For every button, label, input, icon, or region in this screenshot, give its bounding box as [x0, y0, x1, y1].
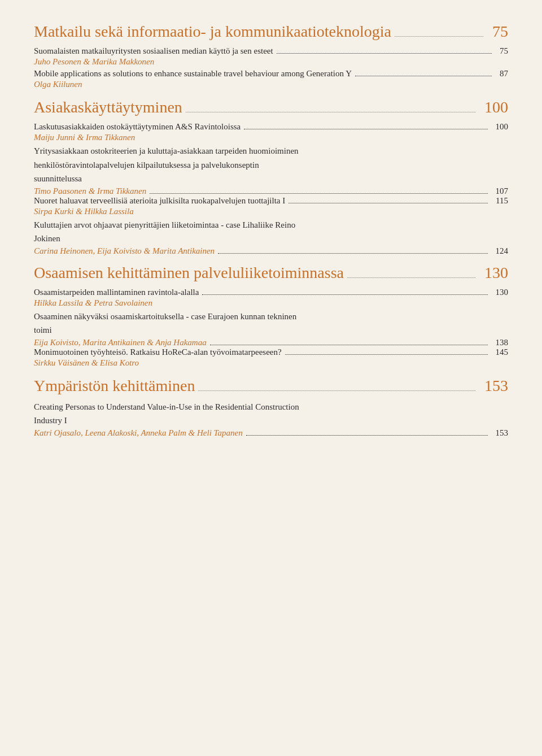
- entry-row: Mobile applications as solutions to enha…: [34, 69, 508, 79]
- entry-authors-7: Hilkka Lassila & Petra Savolainen: [34, 298, 152, 308]
- entry-title-6a: Kuluttajien arvot ohjaavat pienyrittäjie…: [34, 219, 508, 232]
- entry-authors-6: Carina Heinonen, Eija Koivisto & Marita …: [34, 246, 215, 256]
- entry-authors-9: Sirkku Väisänen & Elisa Kotro: [34, 358, 139, 368]
- section-heading-osaaminen: Osaamisen kehittäminen palveluliiketoimi…: [34, 264, 344, 282]
- entry-title-7: Osaamistarpeiden mallintaminen ravintola…: [34, 288, 199, 297]
- section-page-asiakaskayttaytyminen: 100: [484, 98, 508, 116]
- section-heading-matkailu: Matkailu sekä informaatio- ja kommunikaa…: [34, 23, 391, 41]
- toc-entry-5: Nuoret haluavat terveellisiä aterioita j…: [34, 196, 508, 218]
- dotted-sep: [218, 253, 487, 254]
- dotted-separator: [198, 390, 475, 391]
- entry-authors-1: Juho Pesonen & Marika Makkonen: [34, 57, 154, 67]
- entry-authors-4: Timo Paasonen & Irma Tikkanen: [34, 186, 146, 196]
- entry-title-6b: Jokinen: [34, 232, 508, 245]
- entry-title-4c: suunnittelussa: [34, 172, 508, 185]
- entry-page-5: 115: [496, 196, 508, 206]
- entry-row: Suomalaisten matkailuyritysten sosiaalis…: [34, 46, 508, 56]
- entry-title-10a: Creating Personas to Understand Value-in…: [34, 401, 508, 414]
- entry-page-2: 87: [500, 69, 508, 79]
- entry-page-9: 145: [496, 347, 509, 357]
- dotted-separator: [395, 36, 483, 37]
- authors-row-2: Olga Kiilunen: [34, 80, 508, 90]
- toc-entry-8: Osaaminen näkyväksi osaamiskartoituksell…: [34, 310, 508, 347]
- entry-title-5: Nuoret haluavat terveellisiä aterioita j…: [34, 196, 285, 206]
- entry-page-6: 124: [496, 246, 509, 256]
- entry-row: Osaamistarpeiden mallintaminen ravintola…: [34, 288, 508, 297]
- authors-row-1: Juho Pesonen & Marika Makkonen: [34, 57, 508, 68]
- toc-entry-1: Suomalaisten matkailuyritysten sosiaalis…: [34, 46, 508, 68]
- entry-page-4: 107: [496, 186, 509, 196]
- authors-row-6: Carina Heinonen, Eija Koivisto & Marita …: [34, 246, 508, 256]
- entry-title-4a: Yritysasiakkaan ostokriteerien ja kulutt…: [34, 145, 508, 158]
- dotted-sep: [285, 354, 488, 355]
- dotted-sep: [246, 435, 488, 436]
- dotted-sep: [210, 345, 488, 345]
- authors-row-4: Timo Paasonen & Irma Tikkanen 107: [34, 186, 508, 196]
- dotted-separator: [186, 112, 475, 112]
- entry-title-8a: Osaaminen näkyväksi osaamiskartoituksell…: [34, 310, 508, 323]
- toc-entry-6: Kuluttajien arvot ohjaavat pienyrittäjie…: [34, 219, 508, 256]
- entry-title-1: Suomalaisten matkailuyritysten sosiaalis…: [34, 46, 273, 56]
- section-heading-asiakaskayttaytyminen: Asiakaskäyttäytyminen: [34, 98, 182, 116]
- entry-page-3: 100: [496, 122, 509, 132]
- section-osaaminen: Osaamisen kehittäminen palveluliiketoimi…: [34, 264, 508, 369]
- toc-entry-10: Creating Personas to Understand Value-in…: [34, 401, 508, 438]
- section-heading-row: Matkailu sekä informaatio- ja kommunikaa…: [34, 23, 508, 41]
- section-matkailu: Matkailu sekä informaatio- ja kommunikaa…: [34, 23, 508, 90]
- dotted-sep: [355, 76, 492, 76]
- entry-page-8: 138: [496, 338, 509, 347]
- entry-authors-2: Olga Kiilunen: [34, 80, 82, 89]
- entry-title-10b: Industry I: [34, 414, 508, 427]
- section-page-ymparisto: 153: [484, 377, 508, 395]
- section-heading-row: Osaamisen kehittäminen palveluliiketoimi…: [34, 264, 508, 282]
- dotted-sep: [289, 203, 488, 203]
- dotted-sep: [244, 129, 487, 129]
- entry-title-9: Monimuotoinen työyhteisö. Ratkaisu HoReC…: [34, 347, 282, 357]
- dotted-sep: [202, 294, 487, 295]
- section-page-matkailu: 75: [492, 23, 508, 41]
- authors-row-10: Katri Ojasalo, Leena Alakoski, Anneka Pa…: [34, 428, 508, 438]
- entry-title-2: Mobile applications as solutions to enha…: [34, 69, 352, 79]
- authors-row-5: Sirpa Kurki & Hilkka Lassila: [34, 207, 508, 218]
- section-ymparisto: Ympäristön kehittäminen 153 Creating Per…: [34, 377, 508, 438]
- toc-entry-9: Monimuotoinen työyhteisö. Ratkaisu HoReC…: [34, 347, 508, 369]
- authors-row-7: Hilkka Lassila & Petra Savolainen: [34, 298, 508, 309]
- section-heading-row: Asiakaskäyttäytyminen 100: [34, 98, 508, 116]
- entry-authors-10: Katri Ojasalo, Leena Alakoski, Anneka Pa…: [34, 428, 243, 438]
- entry-row: Laskutusasiakkaiden ostokäyttäytyminen A…: [34, 122, 508, 132]
- toc-entry-2: Mobile applications as solutions to enha…: [34, 69, 508, 90]
- toc-entry-4: Yritysasiakkaan ostokriteerien ja kulutt…: [34, 145, 508, 196]
- entry-row: Nuoret haluavat terveellisiä aterioita j…: [34, 196, 508, 206]
- toc-entry-7: Osaamistarpeiden mallintaminen ravintola…: [34, 288, 508, 309]
- section-page-osaaminen: 130: [484, 264, 508, 282]
- entry-page-1: 75: [500, 46, 508, 56]
- section-heading-row: Ympäristön kehittäminen 153: [34, 377, 508, 395]
- section-asiakaskayttaytyminen: Asiakaskäyttäytyminen 100 Laskutusasiakk…: [34, 98, 508, 256]
- dotted-sep: [277, 53, 492, 54]
- entry-title-4b: henkilöstöravintolapalvelujen kilpailutu…: [34, 159, 508, 172]
- entry-page-10: 153: [496, 428, 509, 438]
- entry-authors-5: Sirpa Kurki & Hilkka Lassila: [34, 207, 134, 216]
- dotted-separator: [347, 277, 475, 278]
- entry-row: Monimuotoinen työyhteisö. Ratkaisu HoReC…: [34, 347, 508, 357]
- section-heading-ymparisto: Ympäristön kehittäminen: [34, 377, 195, 395]
- authors-row-9: Sirkku Väisänen & Elisa Kotro: [34, 358, 508, 369]
- entry-authors-8: Eija Koivisto, Marita Antikainen & Anja …: [34, 338, 207, 347]
- entry-authors-3: Maiju Junni & Irma Tikkanen: [34, 133, 135, 142]
- entry-title-8b: toimi: [34, 324, 508, 337]
- toc-entry-3: Laskutusasiakkaiden ostokäyttäytyminen A…: [34, 122, 508, 144]
- dotted-sep: [150, 193, 487, 194]
- authors-row-3: Maiju Junni & Irma Tikkanen: [34, 133, 508, 144]
- entry-page-7: 130: [496, 288, 509, 297]
- entry-title-3: Laskutusasiakkaiden ostokäyttäytyminen A…: [34, 122, 241, 132]
- authors-row-8: Eija Koivisto, Marita Antikainen & Anja …: [34, 338, 508, 347]
